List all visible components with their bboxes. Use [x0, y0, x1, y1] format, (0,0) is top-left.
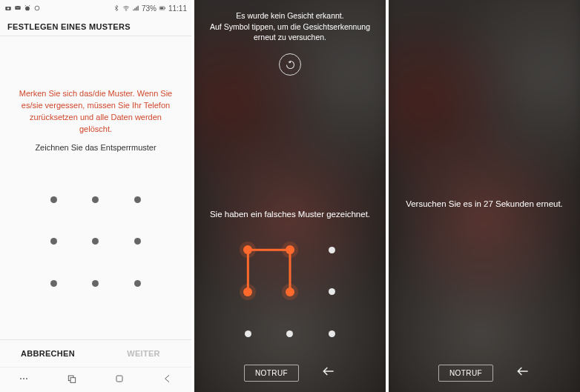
alarm-icon — [24, 4, 31, 12]
svg-point-11 — [27, 378, 27, 379]
next-button: WEITER — [96, 340, 191, 367]
pattern-dot[interactable] — [50, 196, 57, 203]
face-recognition-message: Es wurde kein Gesicht erkannt. Auf Symbo… — [194, 0, 386, 49]
pattern-grid[interactable] — [33, 179, 159, 305]
svg-point-4 — [35, 6, 39, 10]
pattern-dot[interactable] — [134, 238, 141, 245]
lock-pattern-dot[interactable] — [329, 288, 335, 295]
lock-pattern-dot[interactable] — [329, 247, 335, 253]
cancel-button[interactable]: ABBRECHEN — [0, 340, 96, 367]
retry-face-button[interactable] — [279, 53, 301, 76]
svg-point-10 — [24, 378, 24, 379]
svg-point-9 — [21, 378, 22, 379]
status-bar: 73% 11:11 — [0, 0, 191, 16]
nav-home-icon[interactable] — [113, 373, 125, 388]
footer-buttons: ABBRECHEN WEITER — [0, 339, 191, 367]
lock-pattern-dot[interactable] — [286, 330, 293, 337]
svg-point-1 — [7, 7, 10, 10]
camera-icon — [4, 4, 12, 12]
wifi-icon — [122, 4, 130, 12]
emergency-call-button[interactable]: NOTRUF — [244, 365, 299, 382]
pattern-dot[interactable] — [134, 196, 141, 203]
lock-pattern-dot[interactable] — [329, 330, 335, 337]
page-title: FESTLEGEN EINES MUSTERS — [0, 16, 191, 36]
pattern-dot[interactable] — [92, 196, 99, 203]
nav-back-icon[interactable] — [162, 373, 174, 388]
arrow-left-icon — [515, 364, 530, 379]
lock-pattern-dot[interactable] — [243, 288, 252, 296]
nav-menu-icon[interactable] — [18, 373, 30, 388]
status-right: 73% 11:11 — [113, 4, 187, 13]
nav-recent-icon[interactable] — [66, 373, 78, 388]
setup-body: Merken Sie sich das/die Muster. Wenn Sie… — [0, 36, 191, 339]
phone-lock-wrong-pattern: Es wurde kein Gesicht erkannt. Auf Symbo… — [194, 0, 386, 392]
phone-lock-timeout: Versuchen Sie es in 27 Sekunden erneut. … — [389, 0, 580, 392]
pattern-dot[interactable] — [50, 280, 57, 287]
lock-pattern-dot[interactable] — [243, 245, 252, 254]
lock-pattern-dot[interactable] — [286, 288, 294, 296]
back-button[interactable] — [321, 364, 336, 382]
refresh-icon — [285, 59, 296, 70]
svg-rect-14 — [116, 376, 122, 382]
emergency-call-button[interactable]: NOTRUF — [438, 365, 493, 382]
battery-icon — [159, 4, 166, 12]
bluetooth-icon — [113, 4, 120, 12]
pattern-dot[interactable] — [134, 280, 141, 287]
svg-rect-7 — [160, 7, 163, 10]
signal-icon — [132, 4, 139, 12]
battery-percent: 73% — [142, 4, 156, 13]
messages-icon — [14, 4, 22, 12]
svg-point-5 — [125, 10, 126, 11]
circle-icon — [33, 4, 41, 12]
svg-rect-13 — [70, 377, 76, 382]
face-msg-line2: Auf Symbol tippen, um die Gesichtserkenn… — [209, 21, 371, 43]
nav-bar — [0, 367, 191, 392]
instruction-text: Zeichnen Sie das Entsperrmuster — [13, 143, 178, 152]
pattern-dot[interactable] — [50, 238, 57, 245]
svg-rect-8 — [165, 7, 165, 9]
wrong-pattern-text: Sie haben ein falsches Muster gezeichnet… — [198, 210, 382, 229]
lock-pattern-dot[interactable] — [286, 245, 294, 254]
svg-point-3 — [25, 7, 30, 11]
face-msg-line1: Es wurde kein Gesicht erkannt. — [209, 10, 371, 21]
clock-time: 11:11 — [168, 4, 187, 13]
pattern-dot[interactable] — [92, 280, 99, 287]
pattern-dot[interactable] — [92, 238, 99, 245]
status-left — [4, 4, 41, 12]
phone-pattern-setup: 73% 11:11 FESTLEGEN EINES MUSTERS Merken… — [0, 0, 191, 392]
warning-text: Merken Sie sich das/die Muster. Wenn Sie… — [13, 88, 178, 136]
timeout-text: Versuchen Sie es in 27 Sekunden erneut. — [406, 199, 563, 208]
lock-pattern-grid[interactable] — [227, 229, 353, 355]
lock-pattern-dot[interactable] — [245, 330, 251, 337]
back-button[interactable] — [515, 364, 530, 382]
arrow-left-icon — [321, 364, 336, 379]
